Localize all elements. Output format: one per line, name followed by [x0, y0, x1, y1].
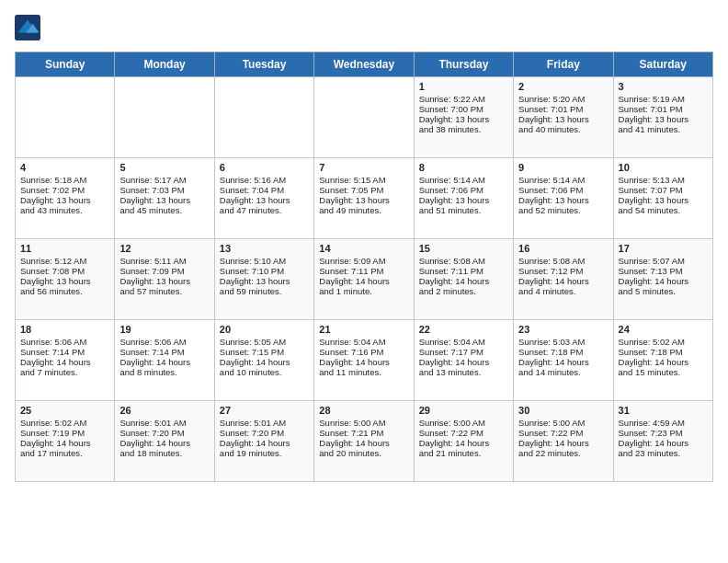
- day-info: Daylight: 13 hours: [518, 114, 608, 124]
- day-info: Sunset: 7:07 PM: [619, 185, 708, 195]
- day-info: Sunrise: 5:03 AM: [518, 337, 608, 347]
- day-info: Sunrise: 5:15 AM: [319, 175, 408, 185]
- day-info: Sunrise: 5:16 AM: [220, 175, 309, 185]
- day-info: Sunrise: 5:06 AM: [119, 337, 209, 347]
- day-number: 11: [20, 243, 109, 254]
- day-number: 14: [319, 243, 408, 254]
- day-number: 8: [419, 162, 508, 173]
- day-info: and 5 minutes.: [619, 286, 708, 296]
- calendar-cell: 22Sunrise: 5:04 AMSunset: 7:17 PMDayligh…: [414, 320, 513, 401]
- calendar-cell: 17Sunrise: 5:07 AMSunset: 7:13 PMDayligh…: [613, 239, 712, 320]
- day-number: 19: [119, 324, 209, 335]
- day-info: Sunrise: 5:09 AM: [319, 256, 408, 266]
- day-info: and 17 minutes.: [20, 448, 109, 458]
- calendar-cell: 28Sunrise: 5:00 AMSunset: 7:21 PMDayligh…: [314, 401, 414, 482]
- day-info: Daylight: 13 hours: [119, 276, 209, 286]
- day-info: Sunrise: 5:14 AM: [419, 175, 508, 185]
- day-info: Sunrise: 5:06 AM: [20, 337, 109, 347]
- day-info: Sunrise: 5:08 AM: [518, 256, 608, 266]
- day-info: and 49 minutes.: [319, 205, 408, 215]
- day-info: and 21 minutes.: [419, 448, 508, 458]
- day-number: 15: [419, 243, 508, 254]
- day-number: 1: [419, 81, 508, 92]
- day-info: and 8 minutes.: [119, 367, 209, 377]
- day-info: Sunset: 7:06 PM: [419, 185, 508, 195]
- day-number: 28: [319, 405, 408, 416]
- calendar-cell: 26Sunrise: 5:01 AMSunset: 7:20 PMDayligh…: [115, 401, 214, 482]
- day-info: Sunrise: 5:10 AM: [220, 256, 309, 266]
- day-info: Daylight: 14 hours: [518, 438, 608, 448]
- day-number: 22: [419, 324, 508, 335]
- day-info: Sunset: 7:20 PM: [220, 428, 309, 438]
- calendar-cell: 3Sunrise: 5:19 AMSunset: 7:01 PMDaylight…: [613, 77, 712, 158]
- calendar-cell: 7Sunrise: 5:15 AMSunset: 7:05 PMDaylight…: [314, 158, 414, 239]
- calendar-cell: 20Sunrise: 5:05 AMSunset: 7:15 PMDayligh…: [214, 320, 313, 401]
- weekday-header-wednesday: Wednesday: [314, 52, 414, 77]
- calendar-cell: 10Sunrise: 5:13 AMSunset: 7:07 PMDayligh…: [613, 158, 712, 239]
- day-number: 25: [20, 405, 109, 416]
- day-number: 12: [119, 243, 209, 254]
- day-info: Daylight: 13 hours: [419, 114, 508, 124]
- day-info: and 1 minute.: [319, 286, 408, 296]
- day-info: Sunrise: 5:00 AM: [419, 418, 508, 428]
- logo-icon: [15, 15, 40, 40]
- weekday-header-thursday: Thursday: [414, 52, 513, 77]
- day-info: Sunrise: 4:59 AM: [619, 418, 708, 428]
- calendar-cell: 18Sunrise: 5:06 AMSunset: 7:14 PMDayligh…: [16, 320, 115, 401]
- day-number: 18: [20, 324, 109, 335]
- day-info: and 7 minutes.: [20, 367, 109, 377]
- day-info: and 2 minutes.: [419, 286, 508, 296]
- calendar-cell: 9Sunrise: 5:14 AMSunset: 7:06 PMDaylight…: [514, 158, 613, 239]
- day-info: Sunset: 7:13 PM: [619, 266, 708, 276]
- weekday-header-monday: Monday: [115, 52, 214, 77]
- day-info: Sunset: 7:23 PM: [619, 428, 708, 438]
- day-info: Sunset: 7:15 PM: [220, 347, 309, 357]
- day-info: and 43 minutes.: [20, 205, 109, 215]
- day-info: Daylight: 13 hours: [518, 195, 608, 205]
- day-number: 3: [619, 81, 708, 92]
- day-info: and 59 minutes.: [220, 286, 309, 296]
- day-info: Sunset: 7:01 PM: [619, 104, 708, 114]
- day-info: Sunrise: 5:20 AM: [518, 94, 608, 104]
- day-info: and 15 minutes.: [619, 367, 708, 377]
- calendar-cell: 1Sunrise: 5:22 AMSunset: 7:00 PMDaylight…: [414, 77, 513, 158]
- calendar-cell: 31Sunrise: 4:59 AMSunset: 7:23 PMDayligh…: [613, 401, 712, 482]
- day-info: Daylight: 13 hours: [619, 195, 708, 205]
- day-info: Sunset: 7:10 PM: [220, 266, 309, 276]
- calendar-cell: 5Sunrise: 5:17 AMSunset: 7:03 PMDaylight…: [115, 158, 214, 239]
- calendar-cell: [16, 77, 115, 158]
- weekday-header-saturday: Saturday: [613, 52, 712, 77]
- day-info: and 22 minutes.: [518, 448, 608, 458]
- day-number: 9: [518, 162, 608, 173]
- calendar-cell: 30Sunrise: 5:00 AMSunset: 7:22 PMDayligh…: [514, 401, 613, 482]
- day-number: 21: [319, 324, 408, 335]
- day-info: and 51 minutes.: [419, 205, 508, 215]
- day-number: 31: [619, 405, 708, 416]
- day-info: and 57 minutes.: [119, 286, 209, 296]
- day-info: Daylight: 14 hours: [419, 438, 508, 448]
- day-info: Sunset: 7:18 PM: [619, 347, 708, 357]
- day-info: Daylight: 14 hours: [619, 438, 708, 448]
- calendar-table: SundayMondayTuesdayWednesdayThursdayFrid…: [15, 52, 713, 482]
- day-info: and 38 minutes.: [419, 124, 508, 134]
- day-info: Sunrise: 5:14 AM: [518, 175, 608, 185]
- day-info: Sunset: 7:11 PM: [319, 266, 408, 276]
- day-info: and 14 minutes.: [518, 367, 608, 377]
- day-info: Sunrise: 5:01 AM: [119, 418, 209, 428]
- day-info: Sunset: 7:18 PM: [518, 347, 608, 357]
- calendar-cell: [214, 77, 313, 158]
- day-info: Daylight: 13 hours: [220, 276, 309, 286]
- day-info: Sunrise: 5:02 AM: [20, 418, 109, 428]
- weekday-header-sunday: Sunday: [16, 52, 115, 77]
- weekday-header-tuesday: Tuesday: [214, 52, 313, 77]
- day-info: Sunrise: 5:00 AM: [319, 418, 408, 428]
- day-info: Daylight: 14 hours: [20, 357, 109, 367]
- day-info: Sunset: 7:17 PM: [419, 347, 508, 357]
- day-info: Sunrise: 5:04 AM: [319, 337, 408, 347]
- day-info: Sunrise: 5:19 AM: [619, 94, 708, 104]
- day-info: and 52 minutes.: [518, 205, 608, 215]
- day-info: Daylight: 14 hours: [419, 357, 508, 367]
- day-info: and 13 minutes.: [419, 367, 508, 377]
- calendar-cell: 21Sunrise: 5:04 AMSunset: 7:16 PMDayligh…: [314, 320, 414, 401]
- day-info: Sunrise: 5:01 AM: [220, 418, 309, 428]
